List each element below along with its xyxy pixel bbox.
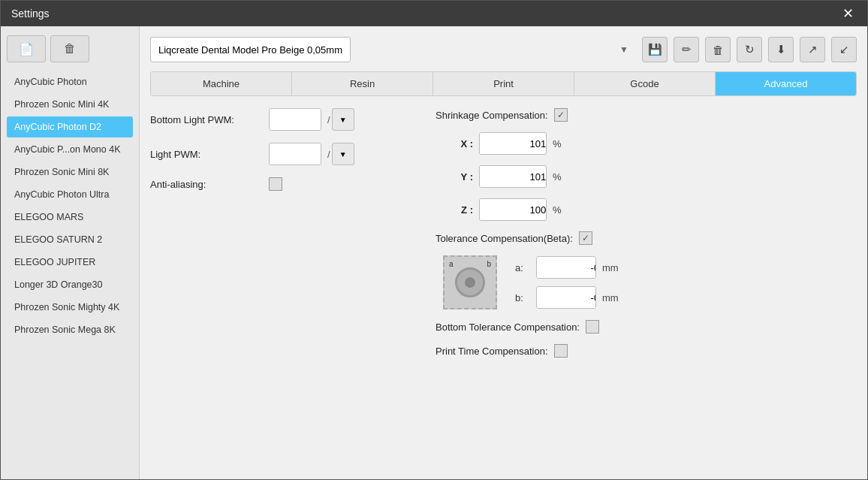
sidebar-item-anycubic-photon-ultra[interactable]: AnyCubic Photon Ultra — [7, 184, 133, 205]
edit-profile-button[interactable]: ✏ — [674, 37, 699, 62]
left-column: Bottom Light PWM: ▲ ▼ / ▼ — [150, 108, 405, 358]
bottom-light-pwm-select-btn[interactable]: ▼ — [332, 108, 354, 131]
tolerance-a-row: a: ▲ ▼ mm — [515, 256, 619, 279]
delete-profile-button[interactable]: 🗑 — [50, 35, 89, 62]
sidebar-item-longer-3d-orange30[interactable]: Longer 3D Orange30 — [7, 274, 133, 295]
sidebar-item-phrozen-sonic-mini-8k[interactable]: Phrozen Sonic Mini 8K — [7, 162, 133, 183]
tolerance-b-label: b: — [515, 292, 530, 303]
z-axis-label: Z : — [451, 204, 473, 216]
shrinkage-x-spinbox: ▲ ▼ — [479, 132, 547, 155]
tolerance-hole — [465, 277, 475, 288]
delete-icon: 🗑 — [713, 44, 724, 56]
tolerance-header-row: Tolerance Compensation(Beta): — [436, 231, 857, 245]
add-profile-button[interactable]: 📄 — [7, 35, 46, 62]
shrinkage-x-row: X : ▲ ▼ % — [451, 132, 857, 155]
bottom-light-pwm-slash-select: / ▼ — [327, 108, 354, 131]
profile-bar: Liqcreate Dental Model Pro Beige 0,05mm … — [150, 37, 857, 62]
settings-grid: Bottom Light PWM: ▲ ▼ / ▼ — [150, 108, 857, 358]
tab-resin[interactable]: Resin — [292, 72, 433, 95]
import-button[interactable]: ↙ — [831, 37, 857, 62]
light-pwm-row: Light PWM: ▲ ▼ / ▼ — [150, 143, 405, 165]
content-area: Liqcreate Dental Model Pro Beige 0,05mm … — [140, 26, 867, 479]
tab-print[interactable]: Print — [433, 72, 574, 95]
tolerance-b-row: b: ▲ ▼ mm — [515, 286, 619, 309]
sidebar-item-elegoo-saturn-2[interactable]: ELEGOO SATURN 2 — [7, 229, 133, 250]
tab-gcode[interactable]: Gcode — [574, 72, 716, 95]
sidebar: 📄 🗑 AnyCubic Photon Phrozen Sonic Mini 4… — [1, 26, 140, 479]
light-pwm-slash-select: / ▼ — [327, 143, 354, 165]
bottom-tolerance-checkbox[interactable] — [586, 320, 599, 334]
shrinkage-z-input[interactable] — [480, 199, 547, 220]
shrinkage-z-spinbox: ▲ ▼ — [479, 198, 547, 221]
light-pwm-input[interactable] — [270, 143, 321, 165]
tolerance-a-label: a: — [515, 262, 530, 273]
export-button[interactable]: ↗ — [800, 37, 825, 62]
anti-aliasing-row: Anti-aliasing: — [150, 177, 405, 191]
sidebar-item-anycubic-mono-4k[interactable]: AnyCubic P...on Mono 4K — [7, 139, 133, 160]
light-pwm-label: Light PWM: — [150, 149, 263, 160]
x-pct-label: % — [553, 138, 562, 149]
sidebar-item-anycubic-photon[interactable]: AnyCubic Photon — [7, 71, 133, 92]
light-pwm-select-btn[interactable]: ▼ — [332, 143, 354, 165]
tolerance-a-spinbox: ▲ ▼ — [536, 256, 596, 279]
sidebar-item-phrozen-sonic-mini-4k[interactable]: Phrozen Sonic Mini 4K — [7, 94, 133, 115]
bottom-light-pwm-row: Bottom Light PWM: ▲ ▼ / ▼ — [150, 108, 405, 131]
sidebar-item-phrozen-sonic-mighty-4k[interactable]: Phrozen Sonic Mighty 4K — [7, 297, 133, 318]
trash-icon: 🗑 — [64, 42, 76, 56]
tab-advanced[interactable]: Advanced — [716, 72, 856, 95]
print-time-row: Print Time Compensation: — [436, 344, 857, 358]
close-button[interactable]: ✕ — [839, 7, 857, 20]
tolerance-checkbox[interactable] — [579, 231, 592, 245]
delete-profile-toolbar-button[interactable]: 🗑 — [705, 37, 731, 62]
dropdown-arrow-icon: ▼ — [619, 44, 628, 55]
profile-select-wrapper: Liqcreate Dental Model Pro Beige 0,05mm … — [150, 37, 636, 62]
bottom-tolerance-label: Bottom Tolerance Compensation: — [436, 322, 580, 333]
download-icon: ⬇ — [776, 43, 786, 56]
tolerance-b-input[interactable] — [537, 287, 596, 308]
sidebar-item-phrozen-sonic-mega-8k[interactable]: Phrozen Sonic Mega 8K — [7, 319, 133, 340]
main-content: 📄 🗑 AnyCubic Photon Phrozen Sonic Mini 4… — [1, 26, 867, 479]
shrinkage-x-input[interactable] — [480, 133, 547, 154]
anti-aliasing-checkbox[interactable] — [269, 177, 282, 191]
tab-machine[interactable]: Machine — [151, 72, 292, 95]
refresh-icon: ↻ — [745, 43, 755, 56]
title-bar: Settings ✕ — [1, 1, 867, 26]
shrinkage-y-input[interactable] — [480, 166, 547, 187]
tolerance-b-diagram-label: b — [487, 260, 491, 268]
tolerance-values-row: a b a: — [443, 255, 857, 309]
tolerance-b-spinbox: ▲ ▼ — [536, 286, 596, 309]
z-pct-label: % — [553, 204, 562, 216]
save-icon: 💾 — [648, 43, 662, 56]
sidebar-item-anycubic-photon-d2[interactable]: AnyCubic Photon D2 — [7, 116, 133, 137]
print-time-label: Print Time Compensation: — [436, 346, 548, 357]
tabs: Machine Resin Print Gcode Advanced — [150, 71, 857, 96]
pen-icon: ✏ — [682, 43, 692, 56]
bottom-light-pwm-spinbox: ▲ ▼ — [269, 108, 321, 131]
shrinkage-checkbox[interactable] — [554, 108, 568, 122]
bottom-light-pwm-input[interactable] — [270, 109, 321, 130]
sidebar-item-elegoo-jupiter[interactable]: ELEGOO JUPITER — [7, 252, 133, 273]
tolerance-a-input[interactable] — [537, 257, 596, 278]
tolerance-inner-circle — [455, 267, 485, 297]
download-button[interactable]: ⬇ — [768, 37, 794, 62]
print-time-checkbox[interactable] — [554, 344, 568, 358]
sidebar-item-elegoo-mars[interactable]: ELEGOO MARS — [7, 207, 133, 228]
light-pwm-spinbox: ▲ ▼ — [269, 143, 321, 165]
shrinkage-label: Shrinkage Compensation: — [436, 110, 548, 121]
profile-select[interactable]: Liqcreate Dental Model Pro Beige 0,05mm — [150, 37, 351, 62]
right-column: Shrinkage Compensation: X : ▲ ▼ — [436, 108, 857, 358]
bottom-light-pwm-label: Bottom Light PWM: — [150, 114, 263, 125]
slash-separator-2: / — [327, 149, 330, 160]
tolerance-diagram: a b — [443, 255, 497, 309]
settings-window: Settings ✕ 📄 🗑 AnyCubic Photon Phrozen S… — [0, 0, 868, 480]
tolerance-inputs: a: ▲ ▼ mm — [508, 256, 619, 309]
shrinkage-y-spinbox: ▲ ▼ — [479, 165, 547, 188]
refresh-button[interactable]: ↻ — [737, 37, 762, 62]
tolerance-label: Tolerance Compensation(Beta): — [436, 233, 573, 244]
sidebar-toolbar: 📄 🗑 — [7, 35, 133, 62]
tolerance-a-diagram-label: a — [449, 260, 454, 268]
slash-separator: / — [327, 114, 330, 125]
shrinkage-z-row: Z : ▲ ▼ % — [451, 198, 857, 221]
anti-aliasing-label: Anti-aliasing: — [150, 179, 263, 190]
save-profile-button[interactable]: 💾 — [642, 37, 668, 62]
